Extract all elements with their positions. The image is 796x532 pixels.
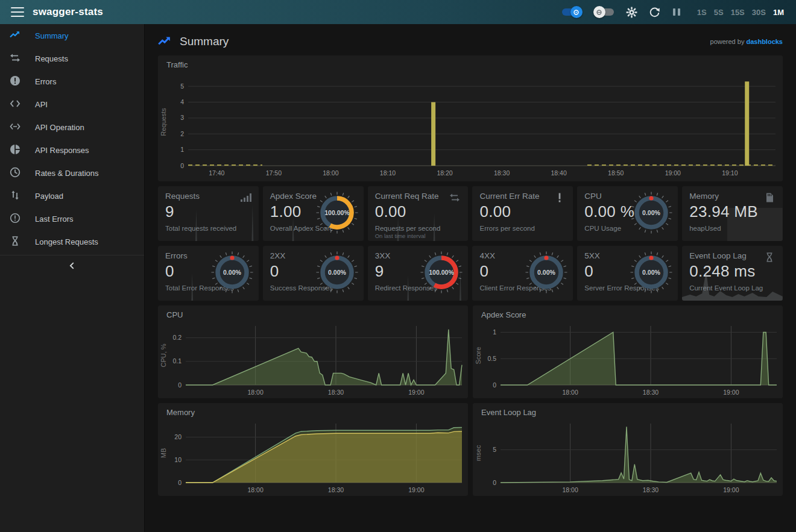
interval-option-1s[interactable]: 1S xyxy=(697,8,707,17)
svg-text:19:00: 19:00 xyxy=(408,486,424,493)
event-loop-lag-chart: 0518:0018:3019:00msec xyxy=(473,419,783,496)
chart-grid: CPU00.10.218:0018:3019:00CPU, % Apdex Sc… xyxy=(158,305,783,496)
settings-gear-icon[interactable] xyxy=(626,6,638,18)
sidebar-item-label: Last Errors xyxy=(35,214,74,224)
svg-text:18:00: 18:00 xyxy=(562,389,578,396)
card-value: 23.94 MB xyxy=(689,202,775,221)
sidebar-item-api-responses[interactable]: API Responses xyxy=(0,139,144,161)
svg-text:0: 0 xyxy=(493,479,496,486)
traffic-title: Traffic xyxy=(158,55,783,71)
clock-icon xyxy=(10,167,22,179)
card-subtitle: Errors per second xyxy=(479,225,566,232)
navbar-controls: 1S5S15S30S1M xyxy=(561,6,788,18)
gauge-widget: 100.00% xyxy=(315,191,359,237)
svg-text:0.00%: 0.00% xyxy=(642,268,660,275)
svg-text:18:30: 18:30 xyxy=(328,389,344,396)
sidebar-collapse-button[interactable] xyxy=(0,255,144,275)
alert-circle-outline-icon xyxy=(10,213,22,225)
pause-icon[interactable] xyxy=(672,6,684,18)
sidebar-item-rates-durations[interactable]: Rates & Durations xyxy=(0,161,144,184)
gauge-widget: 0.00% xyxy=(525,251,568,296)
svg-text:2: 2 xyxy=(180,130,184,137)
interval-option-5s[interactable]: 5S xyxy=(714,8,724,17)
svg-text:18:40: 18:40 xyxy=(551,169,567,177)
svg-text:19:00: 19:00 xyxy=(723,389,739,396)
menu-icon[interactable] xyxy=(11,7,24,17)
sidebar-item-label: Rates & Durations xyxy=(35,169,99,178)
svg-text:18:20: 18:20 xyxy=(437,169,452,177)
svg-text:5: 5 xyxy=(180,83,184,90)
stat-card-3xx: 3XX9Redirect Responses100.00% xyxy=(368,246,469,301)
hourglass-icon xyxy=(764,252,776,264)
secondary-toggle[interactable] xyxy=(593,6,615,18)
arrows-up-down-icon xyxy=(10,190,22,202)
sidebar-item-label: Longest Requests xyxy=(35,237,98,246)
dashblocks-link[interactable]: dashblocks xyxy=(746,38,783,45)
sidebar-item-api[interactable]: API xyxy=(0,93,144,116)
powered-by-label: powered by xyxy=(710,38,745,45)
hourglass-icon xyxy=(10,236,22,248)
pie-chart-icon xyxy=(10,144,22,156)
event-loop-lag-title: Event Loop Lag xyxy=(473,403,783,419)
interval-option-30s[interactable]: 30S xyxy=(752,8,766,17)
svg-text:17:50: 17:50 xyxy=(266,169,282,177)
refresh-icon[interactable] xyxy=(649,6,661,18)
sidebar-item-payload[interactable]: Payload xyxy=(0,184,144,207)
card-value: 0.248 ms xyxy=(689,262,775,281)
stat-card-memory: Memory23.94 MBheapUsed xyxy=(682,186,783,241)
refresh-interval-selector: 1S5S15S30S1M xyxy=(697,8,784,17)
memory-title: Memory xyxy=(158,403,468,419)
app-title: swagger-stats xyxy=(33,6,103,18)
sidebar-item-api-operation[interactable]: API Operation xyxy=(0,116,144,139)
swap-horizontal-icon xyxy=(449,192,461,204)
interval-option-15s[interactable]: 15S xyxy=(731,8,745,17)
alert-circle-filled-icon xyxy=(10,75,22,87)
cpu-title: CPU xyxy=(158,305,468,321)
svg-text:0.00%: 0.00% xyxy=(328,268,346,275)
primary-toggle[interactable] xyxy=(561,6,583,18)
svg-text:0: 0 xyxy=(493,381,496,389)
svg-text:17:40: 17:40 xyxy=(209,169,224,177)
svg-text:0: 0 xyxy=(178,381,182,389)
card-title: Requests xyxy=(165,192,251,201)
gauge-widget: 0.00% xyxy=(315,251,359,296)
memory-chart: 0102018:0018:3019:00MB xyxy=(158,419,468,496)
svg-text:Requests: Requests xyxy=(160,108,167,136)
traffic-panel: Traffic01234517:4017:5018:0018:1018:2018… xyxy=(158,55,783,181)
gauge-widget: 0.00% xyxy=(210,251,254,296)
gauge-widget: 100.00% xyxy=(420,251,463,296)
svg-text:19:10: 19:10 xyxy=(722,169,738,177)
trending-up-icon xyxy=(10,30,22,42)
interval-option-1m[interactable]: 1M xyxy=(773,8,784,17)
sidebar-item-requests[interactable]: Requests xyxy=(0,47,144,70)
main-content: Summary powered by dashblocks Traffic012… xyxy=(145,24,796,532)
svg-text:0.5: 0.5 xyxy=(487,355,496,362)
sidebar-item-label: API xyxy=(35,100,48,109)
stat-cards-row-1: Requests9Total requests receivedApdex Sc… xyxy=(158,186,783,241)
powered-by: powered by dashblocks xyxy=(710,38,783,45)
card-title: Current Req Rate xyxy=(375,192,461,201)
sidebar-item-errors[interactable]: Errors xyxy=(0,70,144,93)
card-subtitle: Requests per second xyxy=(375,225,461,232)
card-subtitle: Current Event Loop Lag xyxy=(689,284,775,292)
sidebar-item-longest-requests[interactable]: Longest Requests xyxy=(0,230,144,253)
sidebar-item-summary[interactable]: Summary xyxy=(0,24,144,47)
svg-text:0.00%: 0.00% xyxy=(642,208,660,216)
svg-text:0.2: 0.2 xyxy=(172,334,182,341)
svg-text:18:30: 18:30 xyxy=(643,389,659,396)
sidebar-item-last-errors[interactable]: Last Errors xyxy=(0,207,144,230)
apdex-chart: 00.5118:0018:3019:00Score xyxy=(473,321,783,398)
card-value: 0.00 xyxy=(479,202,566,221)
stat-card-event-loop-lag: Event Loop Lag0.248 msCurrent Event Loop… xyxy=(682,246,783,301)
svg-text:19:00: 19:00 xyxy=(723,486,739,493)
exclamation-icon xyxy=(554,192,566,204)
stat-card-errors: Errors0Total Error Responses0.00% xyxy=(158,246,259,301)
stat-card-current-req-rate: Current Req Rate0.00Requests per secondO… xyxy=(368,186,469,241)
stat-card-cpu: CPU0.00 %CPU Usage0.00% xyxy=(577,186,678,241)
svg-text:1: 1 xyxy=(180,146,184,153)
stat-cards-row-2: Errors0Total Error Responses0.00%2XX0Suc… xyxy=(158,246,783,301)
sidebar-item-label: Errors xyxy=(35,77,56,86)
svg-text:100.00%: 100.00% xyxy=(324,208,350,216)
cpu-chart: 00.10.218:0018:3019:00CPU, % xyxy=(158,321,468,398)
card-subtitle: Total requests received xyxy=(165,225,251,232)
